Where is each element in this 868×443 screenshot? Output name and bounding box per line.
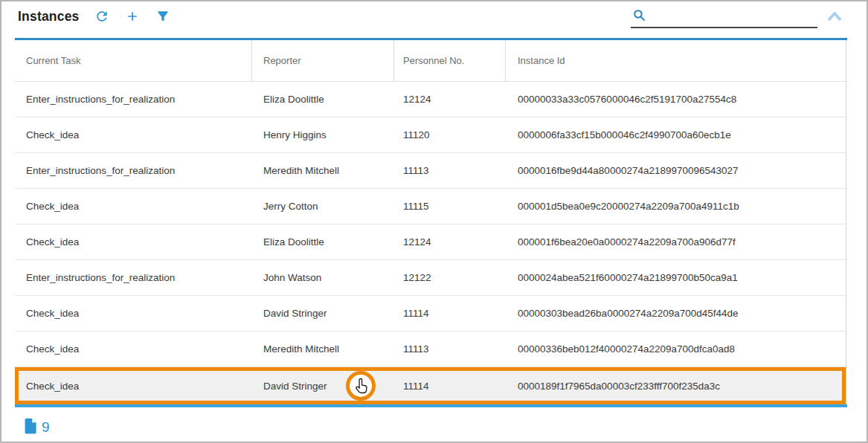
column-header-reporter[interactable]: Reporter	[252, 40, 394, 81]
cell-instance-id: 0000189f1f7965da00003cf233fff700f235da3c	[509, 371, 842, 401]
table-row[interactable]: Enter_instructions_for_realization Eliza…	[15, 82, 846, 117]
top-toolbar: Instances	[1, 1, 867, 38]
table-row[interactable]: Enter_instructions_for_realization Mered…	[15, 153, 846, 189]
cell-reporter: Eliza Doolittle	[252, 82, 394, 117]
cell-personnel-no: 12122	[394, 260, 506, 295]
page-title: Instances	[18, 9, 80, 25]
cell-current-task: Check_idea	[15, 117, 252, 152]
search-field	[631, 6, 817, 28]
cell-current-task: Check_idea	[19, 371, 256, 401]
cell-personnel-no: 12124	[394, 82, 506, 117]
collapse-button[interactable]	[823, 9, 846, 25]
table-body: Enter_instructions_for_realization Eliza…	[15, 82, 846, 404]
cell-personnel-no: 11120	[394, 117, 506, 152]
table-header-row: Current Task Reporter Personnel No. Inst…	[15, 40, 846, 82]
cell-personnel-no: 11114	[398, 371, 509, 401]
cell-reporter: Henry Higgins	[252, 117, 394, 152]
cell-reporter: John Watson	[252, 260, 394, 295]
cell-current-task: Enter_instructions_for_realization	[15, 82, 252, 117]
refresh-icon	[94, 9, 109, 26]
cell-instance-id: 00000033a33c0576000046c2f5191700a27554c8	[506, 82, 846, 117]
cell-reporter: Meredith Mitchell	[252, 332, 394, 366]
cell-current-task: Enter_instructions_for_realization	[15, 153, 252, 188]
cell-instance-id: 000001d5bea0e9c20000274a2209a700a4911c1b	[506, 189, 846, 224]
table-bottom-rule	[15, 404, 847, 407]
cell-current-task: Enter_instructions_for_realization	[15, 260, 252, 295]
column-header-instance-id[interactable]: Instance Id	[506, 40, 846, 81]
chevron-up-icon	[825, 15, 844, 26]
cell-reporter: David Stringer	[256, 371, 398, 401]
refresh-button[interactable]	[94, 9, 110, 25]
table-row[interactable]: Enter_instructions_for_realization John …	[15, 260, 846, 296]
cell-instance-id: 0000006fa33cf15b000046c2f4990700a60ecb1e	[506, 117, 846, 152]
cell-current-task: Check_idea	[15, 332, 252, 366]
record-count: 9	[24, 417, 50, 437]
cell-instance-id: 000001f6bea20e0a0000274a2209a700a906d77f	[506, 224, 846, 259]
record-count-value: 9	[42, 419, 50, 436]
cell-reporter: Meredith Mitchell	[252, 153, 394, 188]
table-row[interactable]: Check_idea Jerry Cotton 11115 000001d5be…	[15, 189, 846, 224]
table-row[interactable]: Check_idea Meredith Mitchell 11113 00000…	[15, 332, 846, 367]
cell-personnel-no: 11113	[394, 153, 506, 188]
cell-instance-id: 00000336beb012f40000274a2209a700dfca0ad8	[506, 332, 846, 366]
instances-table: Current Task Reporter Personnel No. Inst…	[15, 40, 846, 404]
cell-instance-id: 0000016fbe9d44a80000274a2189970096543027	[506, 153, 846, 188]
column-header-personnel-no[interactable]: Personnel No.	[394, 40, 506, 81]
table-row[interactable]: Check_idea Henry Higgins 11120 0000006fa…	[15, 117, 846, 153]
toolbar-buttons	[94, 9, 171, 25]
hand-cursor-icon	[346, 371, 376, 401]
cell-reporter: David Stringer	[252, 296, 394, 331]
table-row[interactable]: Check_idea David Stringer 11114 00000303…	[15, 296, 846, 332]
cell-reporter: Eliza Doolittle	[252, 224, 394, 259]
cell-instance-id: 0000024abea521f60000274a21899700b50ca9a1	[506, 260, 846, 295]
cell-personnel-no: 11114	[394, 296, 506, 331]
filter-button[interactable]	[155, 9, 171, 25]
search-input[interactable]	[652, 7, 814, 25]
column-header-current-task[interactable]: Current Task	[15, 40, 252, 81]
add-button[interactable]	[124, 9, 141, 25]
cell-current-task: Check_idea	[15, 189, 252, 224]
cell-personnel-no: 11113	[394, 332, 506, 366]
instances-panel: Instances Current Task Reporter Personne	[0, 0, 868, 443]
filter-icon	[155, 9, 170, 26]
document-icon	[24, 417, 38, 437]
cell-instance-id: 00000303bead26ba0000274a2209a700d45f44de	[506, 296, 846, 331]
add-icon	[125, 9, 140, 26]
cell-personnel-no: 11115	[394, 189, 506, 224]
cell-personnel-no: 12124	[394, 224, 506, 259]
cell-current-task: Check_idea	[15, 224, 252, 259]
table-row[interactable]: Check_idea David Stringer 11114 0000189f…	[15, 367, 846, 404]
table-row[interactable]: Check_idea Eliza Doolittle 12124 000001f…	[15, 224, 846, 260]
cell-reporter: Jerry Cotton	[252, 189, 394, 224]
cell-current-task: Check_idea	[15, 296, 252, 331]
